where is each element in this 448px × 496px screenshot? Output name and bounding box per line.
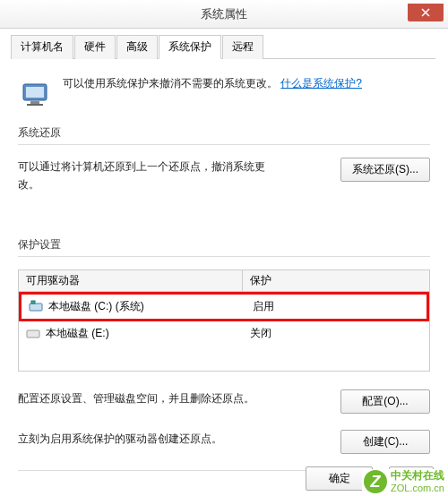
create-button[interactable]: 创建(C)...: [340, 430, 430, 454]
create-row: 立刻为启用系统保护的驱动器创建还原点。 创建(C)...: [18, 430, 430, 454]
drive-status: 关闭: [243, 324, 429, 343]
close-button[interactable]: [408, 4, 444, 21]
configure-row: 配置还原设置、管理磁盘空间，并且删除还原点。 配置(O)...: [18, 389, 430, 414]
protection-settings-title: 保护设置: [18, 237, 430, 252]
svg-rect-2: [30, 101, 39, 104]
create-text: 立刻为启用系统保护的驱动器创建还原点。: [18, 430, 222, 448]
drive-name: 本地磁盘 (E:): [46, 326, 109, 341]
divider: [18, 256, 430, 257]
svg-rect-5: [31, 301, 35, 304]
intro-row: 可以使用系统保护来撤消不需要的系统更改。 什么是系统保护?: [18, 75, 430, 111]
drive-name: 本地磁盘 (C:) (系统): [48, 299, 144, 314]
tab-advanced[interactable]: 高级: [116, 35, 158, 59]
svg-rect-1: [26, 87, 44, 98]
header-available-drives[interactable]: 可用驱动器: [19, 270, 243, 291]
drive-table: 可用驱动器 保护 本地磁盘 (C:) (系统) 启用 本地磁盘 (E:) 关闭: [18, 269, 430, 372]
title-bar: 系统属性: [0, 0, 448, 29]
tab-hardware[interactable]: 硬件: [74, 35, 116, 59]
configure-text: 配置还原设置、管理磁盘空间，并且删除还原点。: [18, 389, 254, 407]
window-title: 系统属性: [0, 6, 448, 22]
svg-rect-6: [27, 330, 39, 338]
tab-computer-name[interactable]: 计算机名: [11, 35, 73, 59]
table-row[interactable]: 本地磁盘 (E:) 关闭: [19, 321, 429, 346]
svg-rect-4: [30, 304, 42, 311]
drive-status: 启用: [246, 297, 426, 316]
drive-table-header: 可用驱动器 保护: [19, 270, 429, 292]
system-restore-button[interactable]: 系统还原(S)...: [340, 158, 430, 182]
system-drive-icon: [29, 300, 43, 312]
divider: [18, 144, 430, 145]
zol-brand: 中关村在线: [391, 470, 444, 482]
close-icon: [421, 8, 430, 17]
drive-icon: [26, 327, 40, 339]
intro-text: 可以使用系统保护来撤消不需要的系统更改。 什么是系统保护?: [63, 75, 362, 92]
system-restore-text: 可以通过将计算机还原到上一个还原点，撤消系统更改。: [18, 158, 278, 194]
table-row[interactable]: 本地磁盘 (C:) (系统) 启用: [19, 292, 429, 321]
system-protection-icon: [18, 75, 54, 111]
crop-edge: [435, 29, 448, 485]
system-restore-title: 系统还原: [18, 125, 430, 141]
tabs: 计算机名 硬件 高级 系统保护 远程: [11, 34, 443, 59]
header-protection[interactable]: 保护: [243, 270, 429, 291]
intro-description: 可以使用系统保护来撤消不需要的系统更改。: [63, 77, 278, 90]
tab-system-protection[interactable]: 系统保护: [159, 35, 221, 59]
tab-content: 可以使用系统保护来撤消不需要的系统更改。 什么是系统保护? 系统还原 可以通过将…: [0, 59, 448, 471]
what-is-system-protection-link[interactable]: 什么是系统保护?: [280, 77, 362, 90]
configure-button[interactable]: 配置(O)...: [340, 389, 430, 414]
svg-rect-3: [27, 104, 43, 106]
zol-watermark: Z 中关村在线 ZOL.com.cn: [362, 469, 446, 494]
zol-logo-icon: Z: [364, 470, 387, 493]
zol-url: ZOL.com.cn: [391, 483, 444, 493]
tab-remote[interactable]: 远程: [222, 35, 263, 59]
system-restore-row: 可以通过将计算机还原到上一个还原点，撤消系统更改。 系统还原(S)...: [18, 158, 430, 194]
